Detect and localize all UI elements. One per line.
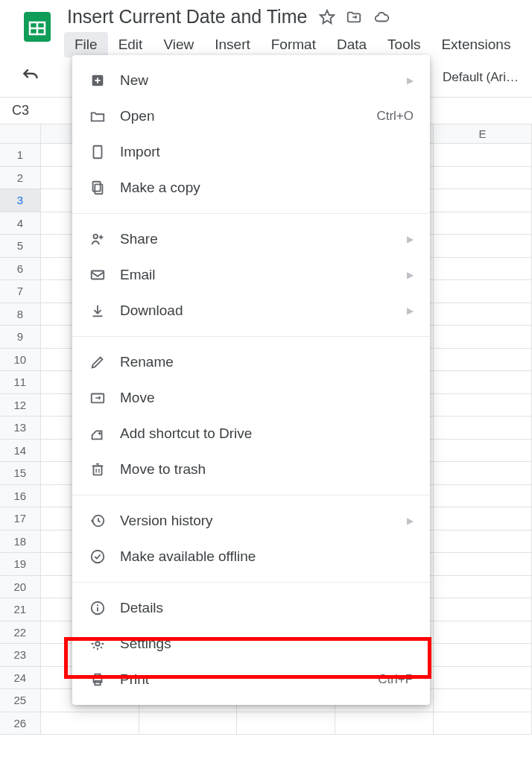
- star-icon[interactable]: [319, 9, 335, 25]
- cell[interactable]: [434, 531, 532, 553]
- cloud-status-icon[interactable]: [373, 9, 390, 25]
- menu-item-move[interactable]: Move: [72, 380, 430, 416]
- cell[interactable]: [434, 576, 532, 598]
- menu-item-details[interactable]: Details: [72, 590, 430, 626]
- row-header[interactable]: 22: [0, 621, 41, 644]
- menu-view[interactable]: View: [153, 32, 204, 57]
- menu-item-make-available-offline[interactable]: Make available offline: [72, 539, 430, 574]
- row-header[interactable]: 19: [0, 553, 41, 575]
- menu-extensions[interactable]: Extensions: [431, 32, 521, 57]
- menu-format[interactable]: Format: [261, 32, 326, 57]
- menu-insert[interactable]: Insert: [204, 32, 261, 57]
- menu-edit[interactable]: Edit: [108, 32, 153, 57]
- row-header[interactable]: 9: [0, 326, 41, 348]
- cell[interactable]: [434, 258, 532, 280]
- row-header[interactable]: 26: [0, 712, 41, 735]
- cell[interactable]: [434, 371, 532, 393]
- cell[interactable]: [41, 712, 139, 735]
- menu-item-make-a-copy[interactable]: Make a copy: [72, 170, 430, 206]
- cell[interactable]: [434, 598, 532, 621]
- document-title[interactable]: Insert Current Date and Time: [64, 4, 310, 29]
- cell[interactable]: [434, 621, 532, 644]
- row-header[interactable]: 8: [0, 303, 41, 326]
- row-header[interactable]: 24: [0, 667, 41, 689]
- row-header[interactable]: 11: [0, 371, 41, 393]
- row-header[interactable]: 14: [0, 440, 41, 462]
- cell[interactable]: [434, 144, 532, 166]
- cell[interactable]: [434, 280, 532, 303]
- trash-icon: [89, 460, 107, 478]
- cell[interactable]: [434, 667, 532, 689]
- menu-data[interactable]: Data: [326, 32, 377, 57]
- menu-separator: [72, 213, 430, 214]
- menu-item-label: Rename: [120, 354, 414, 370]
- row-header[interactable]: 23: [0, 644, 41, 666]
- row-header[interactable]: 7: [0, 280, 41, 303]
- select-all-corner[interactable]: [0, 124, 41, 143]
- menu-item-print[interactable]: PrintCtrl+P: [72, 662, 430, 697]
- menu-item-label: Move: [120, 390, 414, 406]
- cell[interactable]: [434, 507, 532, 530]
- menu-file[interactable]: File: [64, 32, 108, 57]
- cell[interactable]: [434, 349, 532, 371]
- row-header[interactable]: 21: [0, 598, 41, 621]
- cell[interactable]: [434, 689, 532, 712]
- row-header[interactable]: 15: [0, 462, 41, 484]
- cell[interactable]: [434, 485, 532, 507]
- cell[interactable]: [434, 235, 532, 257]
- cell[interactable]: [434, 212, 532, 235]
- cell[interactable]: [434, 553, 532, 575]
- cell[interactable]: [434, 189, 532, 212]
- menu-item-settings[interactable]: Settings: [72, 626, 430, 662]
- move-folder-icon[interactable]: [346, 9, 362, 25]
- cell[interactable]: [434, 394, 532, 417]
- cell[interactable]: [139, 712, 238, 735]
- svg-rect-9: [93, 182, 101, 191]
- svg-point-26: [92, 551, 104, 563]
- row-header[interactable]: 12: [0, 394, 41, 417]
- row-header[interactable]: 16: [0, 485, 41, 507]
- cell[interactable]: [335, 712, 434, 735]
- row-header[interactable]: 3: [0, 189, 41, 212]
- cell[interactable]: [434, 644, 532, 666]
- menu-item-import[interactable]: Import: [72, 134, 430, 170]
- submenu-arrow-icon: ▶: [407, 75, 414, 86]
- cell[interactable]: [434, 326, 532, 348]
- menu-item-version-history[interactable]: Version history▶: [72, 503, 430, 539]
- menu-item-move-to-trash[interactable]: Move to trash: [72, 452, 430, 487]
- row-header[interactable]: 25: [0, 689, 41, 712]
- submenu-arrow-icon: ▶: [407, 305, 414, 316]
- row-header[interactable]: 5: [0, 235, 41, 257]
- menu-item-new[interactable]: New▶: [72, 63, 430, 98]
- undo-icon[interactable]: [21, 66, 40, 89]
- menu-item-label: Move to trash: [120, 461, 414, 478]
- menu-item-rename[interactable]: Rename: [72, 344, 430, 380]
- menu-item-label: New: [120, 72, 399, 89]
- menu-item-share[interactable]: Share▶: [72, 221, 430, 257]
- cell[interactable]: [434, 167, 532, 189]
- font-selector[interactable]: Default (Ari…: [438, 66, 525, 89]
- cell[interactable]: [434, 440, 532, 462]
- row-header[interactable]: 13: [0, 417, 41, 439]
- row-header[interactable]: 20: [0, 576, 41, 598]
- row-header[interactable]: 4: [0, 212, 41, 235]
- row-header[interactable]: 10: [0, 349, 41, 371]
- cell[interactable]: [434, 462, 532, 484]
- row-header[interactable]: 6: [0, 258, 41, 280]
- menu-item-email[interactable]: Email▶: [72, 257, 430, 293]
- menu-item-add-shortcut-to-drive[interactable]: Add shortcut to Drive: [72, 416, 430, 452]
- menu-tools[interactable]: Tools: [377, 32, 431, 57]
- row-header[interactable]: 18: [0, 531, 41, 553]
- menu-item-open[interactable]: OpenCtrl+O: [72, 98, 430, 134]
- column-header-E[interactable]: E: [434, 124, 532, 143]
- cell[interactable]: [237, 712, 335, 735]
- sheets-logo[interactable]: [18, 7, 57, 46]
- row-header[interactable]: 17: [0, 507, 41, 530]
- menu-item-download[interactable]: Download▶: [72, 293, 430, 329]
- cell[interactable]: [434, 303, 532, 326]
- move-icon: [89, 389, 107, 407]
- row-header[interactable]: 1: [0, 144, 41, 166]
- row-header[interactable]: 2: [0, 167, 41, 189]
- cell[interactable]: [434, 417, 532, 439]
- cell[interactable]: [434, 712, 532, 735]
